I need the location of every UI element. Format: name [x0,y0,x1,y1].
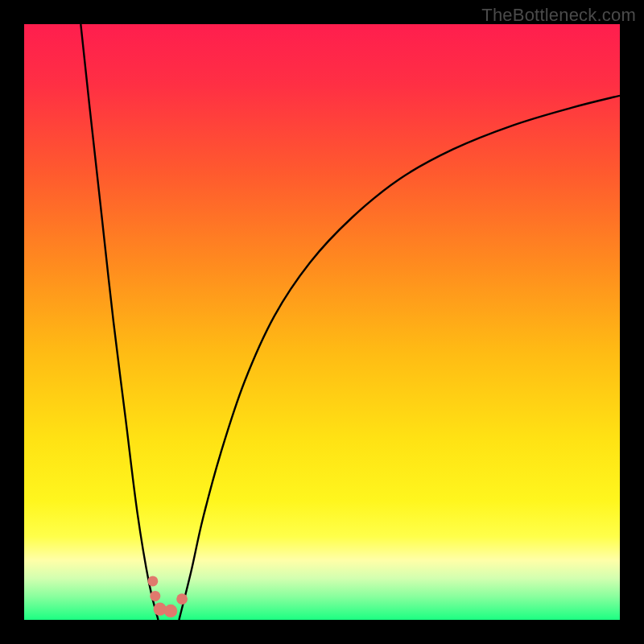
watermark-text: TheBottleneck.com [481,5,636,26]
marker-dot [150,591,160,601]
marker-dot [164,605,177,617]
marker-dot [176,593,188,605]
plot-area [24,24,620,620]
marker-dot [147,576,158,586]
chart-svg [24,24,620,620]
chart-frame: TheBottleneck.com [0,0,644,644]
